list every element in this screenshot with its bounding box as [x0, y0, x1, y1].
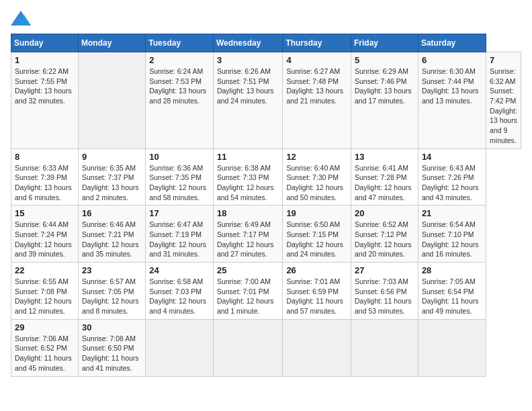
- calendar-cell: 13Sunrise: 6:41 AMSunset: 7:28 PMDayligh…: [351, 148, 418, 205]
- day-number: 14: [422, 152, 482, 162]
- day-info: Sunrise: 7:00 AMSunset: 7:01 PMDaylight:…: [217, 277, 274, 315]
- day-number: 7: [490, 55, 517, 65]
- day-number: 20: [355, 208, 414, 218]
- day-number: 15: [15, 208, 75, 218]
- day-info: Sunrise: 6:55 AMSunset: 7:08 PMDaylight:…: [15, 277, 72, 315]
- logo: [11, 11, 34, 26]
- day-info: Sunrise: 6:58 AMSunset: 7:03 PMDaylight:…: [149, 277, 206, 315]
- calendar-cell: 11Sunrise: 6:38 AMSunset: 7:33 PMDayligh…: [213, 148, 282, 205]
- day-number: 21: [422, 208, 482, 218]
- day-number: 27: [355, 265, 414, 275]
- day-info: Sunrise: 6:50 AMSunset: 7:15 PMDaylight:…: [286, 220, 343, 258]
- calendar-cell: [418, 319, 486, 376]
- day-info: Sunrise: 6:57 AMSunset: 7:05 PMDaylight:…: [82, 277, 139, 315]
- calendar-cell: 2Sunrise: 6:24 AMSunset: 7:53 PMDaylight…: [146, 52, 214, 149]
- week-row: 29Sunrise: 7:06 AMSunset: 6:52 PMDayligh…: [11, 319, 521, 376]
- calendar-table: SundayMondayTuesdayWednesdayThursdayFrid…: [11, 34, 521, 377]
- calendar-cell: 23Sunrise: 6:57 AMSunset: 7:05 PMDayligh…: [78, 263, 145, 320]
- calendar-cell: 8Sunrise: 6:33 AMSunset: 7:39 PMDaylight…: [11, 148, 79, 205]
- day-info: Sunrise: 6:36 AMSunset: 7:35 PMDaylight:…: [149, 164, 206, 201]
- calendar-cell: 15Sunrise: 6:44 AMSunset: 7:24 PMDayligh…: [11, 205, 79, 263]
- header-row: SundayMondayTuesdayWednesdayThursdayFrid…: [11, 34, 521, 52]
- day-info: Sunrise: 6:40 AMSunset: 7:30 PMDaylight:…: [286, 164, 343, 201]
- calendar-cell: 5Sunrise: 6:29 AMSunset: 7:46 PMDaylight…: [351, 52, 418, 149]
- day-info: Sunrise: 6:27 AMSunset: 7:48 PMDaylight:…: [286, 67, 343, 105]
- day-number: 5: [355, 55, 414, 65]
- day-info: Sunrise: 6:44 AMSunset: 7:24 PMDaylight:…: [15, 220, 72, 258]
- header-tuesday: Tuesday: [146, 34, 214, 52]
- day-info: Sunrise: 6:32 AMSunset: 7:42 PMDaylight:…: [490, 67, 517, 144]
- day-number: 19: [286, 208, 347, 218]
- header-saturday: Saturday: [418, 34, 486, 52]
- day-info: Sunrise: 6:22 AMSunset: 7:55 PMDaylight:…: [15, 67, 72, 105]
- calendar-cell: 10Sunrise: 6:36 AMSunset: 7:35 PMDayligh…: [146, 148, 214, 205]
- day-info: Sunrise: 6:35 AMSunset: 7:37 PMDaylight:…: [82, 164, 139, 201]
- calendar-cell: 3Sunrise: 6:26 AMSunset: 7:51 PMDaylight…: [213, 52, 282, 149]
- calendar-cell: 18Sunrise: 6:49 AMSunset: 7:17 PMDayligh…: [213, 205, 282, 263]
- day-info: Sunrise: 6:41 AMSunset: 7:28 PMDaylight:…: [355, 164, 412, 201]
- day-info: Sunrise: 6:52 AMSunset: 7:12 PMDaylight:…: [355, 220, 412, 258]
- calendar-cell: 6Sunrise: 6:30 AMSunset: 7:44 PMDaylight…: [418, 52, 486, 149]
- calendar-cell: [213, 319, 282, 376]
- day-number: 2: [149, 55, 210, 65]
- page-header: [11, 11, 521, 26]
- day-number: 6: [422, 55, 482, 65]
- calendar-cell: [78, 52, 145, 149]
- calendar-cell: 21Sunrise: 6:54 AMSunset: 7:10 PMDayligh…: [418, 205, 486, 263]
- calendar-cell: 16Sunrise: 6:46 AMSunset: 7:21 PMDayligh…: [78, 205, 145, 263]
- day-info: Sunrise: 6:24 AMSunset: 7:53 PMDaylight:…: [149, 67, 206, 105]
- day-info: Sunrise: 6:47 AMSunset: 7:19 PMDaylight:…: [149, 220, 206, 258]
- day-info: Sunrise: 6:43 AMSunset: 7:26 PMDaylight:…: [422, 164, 479, 201]
- day-number: 16: [82, 208, 142, 218]
- day-number: 4: [286, 55, 347, 65]
- day-number: 13: [355, 152, 414, 162]
- day-number: 3: [217, 55, 279, 65]
- day-info: Sunrise: 7:05 AMSunset: 6:54 PMDaylight:…: [422, 277, 479, 315]
- header-thursday: Thursday: [283, 34, 351, 52]
- calendar-cell: 22Sunrise: 6:55 AMSunset: 7:08 PMDayligh…: [11, 263, 79, 320]
- calendar-cell: 7Sunrise: 6:32 AMSunset: 7:42 PMDaylight…: [486, 52, 521, 149]
- day-number: 26: [286, 265, 347, 275]
- week-row: 15Sunrise: 6:44 AMSunset: 7:24 PMDayligh…: [11, 205, 521, 263]
- day-info: Sunrise: 6:26 AMSunset: 7:51 PMDaylight:…: [217, 67, 274, 105]
- calendar-cell: 19Sunrise: 6:50 AMSunset: 7:15 PMDayligh…: [283, 205, 351, 263]
- header-wednesday: Wednesday: [213, 34, 282, 52]
- calendar-cell: 24Sunrise: 6:58 AMSunset: 7:03 PMDayligh…: [146, 263, 214, 320]
- header-monday: Monday: [78, 34, 145, 52]
- day-number: 18: [217, 208, 279, 218]
- calendar-cell: 12Sunrise: 6:40 AMSunset: 7:30 PMDayligh…: [283, 148, 351, 205]
- header-friday: Friday: [351, 34, 418, 52]
- calendar-cell: 20Sunrise: 6:52 AMSunset: 7:12 PMDayligh…: [351, 205, 418, 263]
- calendar-cell: 17Sunrise: 6:47 AMSunset: 7:19 PMDayligh…: [146, 205, 214, 263]
- calendar-cell: 26Sunrise: 7:01 AMSunset: 6:59 PMDayligh…: [283, 263, 351, 320]
- day-info: Sunrise: 6:29 AMSunset: 7:46 PMDaylight:…: [355, 67, 412, 105]
- day-number: 25: [217, 265, 279, 275]
- day-info: Sunrise: 6:54 AMSunset: 7:10 PMDaylight:…: [422, 220, 479, 258]
- day-info: Sunrise: 7:03 AMSunset: 6:56 PMDaylight:…: [355, 277, 412, 315]
- day-info: Sunrise: 7:08 AMSunset: 6:50 PMDaylight:…: [82, 334, 139, 372]
- day-number: 22: [15, 265, 75, 275]
- day-number: 12: [286, 152, 347, 162]
- day-info: Sunrise: 6:49 AMSunset: 7:17 PMDaylight:…: [217, 220, 274, 258]
- day-number: 9: [82, 152, 142, 162]
- day-number: 29: [15, 322, 75, 332]
- logo-icon: [11, 11, 31, 26]
- calendar-cell: 4Sunrise: 6:27 AMSunset: 7:48 PMDaylight…: [283, 52, 351, 149]
- day-info: Sunrise: 6:46 AMSunset: 7:21 PMDaylight:…: [82, 220, 139, 258]
- day-number: 17: [149, 208, 210, 218]
- day-info: Sunrise: 6:38 AMSunset: 7:33 PMDaylight:…: [217, 164, 274, 201]
- day-number: 23: [82, 265, 142, 275]
- day-number: 1: [15, 55, 75, 65]
- calendar-cell: [283, 319, 351, 376]
- calendar-cell: 9Sunrise: 6:35 AMSunset: 7:37 PMDaylight…: [78, 148, 145, 205]
- calendar-cell: 14Sunrise: 6:43 AMSunset: 7:26 PMDayligh…: [418, 148, 486, 205]
- day-info: Sunrise: 7:01 AMSunset: 6:59 PMDaylight:…: [286, 277, 343, 315]
- day-number: 30: [82, 322, 142, 332]
- week-row: 8Sunrise: 6:33 AMSunset: 7:39 PMDaylight…: [11, 148, 521, 205]
- calendar-cell: 30Sunrise: 7:08 AMSunset: 6:50 PMDayligh…: [78, 319, 145, 376]
- day-number: 8: [15, 152, 75, 162]
- calendar-cell: 1Sunrise: 6:22 AMSunset: 7:55 PMDaylight…: [11, 52, 79, 149]
- day-number: 28: [422, 265, 482, 275]
- day-info: Sunrise: 6:30 AMSunset: 7:44 PMDaylight:…: [422, 67, 479, 105]
- calendar-cell: 28Sunrise: 7:05 AMSunset: 6:54 PMDayligh…: [418, 263, 486, 320]
